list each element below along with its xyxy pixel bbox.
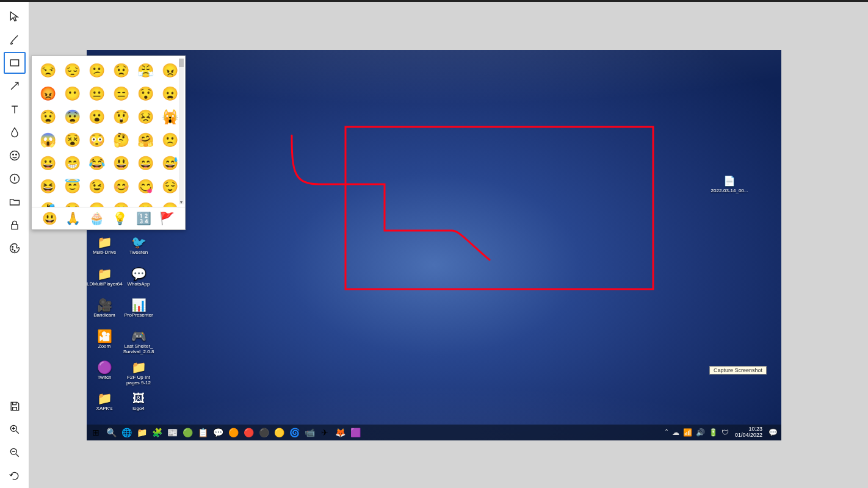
emoji-option[interactable]: 😆 [39,178,56,195]
scrollbar-thumb[interactable] [179,59,184,67]
emoji-option[interactable]: 😡 [39,85,56,102]
tb-app-icon[interactable]: 💬 [212,427,223,438]
tb-app-icon[interactable]: 📋 [197,427,208,438]
emoji-tab-flags[interactable]: 🚩 [159,211,175,226]
emoji-option[interactable]: 😁 [63,155,81,172]
tb-app-icon[interactable]: 🧩 [151,427,162,438]
tb-app-icon[interactable]: 🌀 [289,427,300,438]
emoji-option[interactable]: 😉 [88,178,105,195]
emoji-tab-smileys[interactable]: 😃 [42,211,57,226]
desktop-file[interactable]: 📄2022-03-14_00... [708,175,751,193]
blur-tool[interactable] [4,121,26,143]
tb-app-icon[interactable]: 🦊 [335,427,345,438]
desktop-icon[interactable]: 📁LDMultiPlayer64 [87,268,122,287]
emoji-option[interactable]: 😃 [112,155,129,172]
emoji-option[interactable]: 😇 [63,178,81,195]
emoji-tab-objects[interactable]: 💡 [112,211,128,226]
emoji-option[interactable]: 😒 [39,62,56,79]
desktop-icon[interactable]: 🐦Tweeten [121,236,156,255]
emoji-scrollbar[interactable]: ▾ [179,59,184,204]
tb-app-icon[interactable]: 🟪 [350,427,361,438]
tray-chevron-icon[interactable]: ˄ [665,428,668,437]
desktop-icon[interactable]: 📁F2F Up Int pages 9-12 [121,361,156,386]
tray-volume-icon[interactable]: 🔊 [696,428,705,437]
tray-network-icon[interactable]: 📶 [683,428,692,437]
emoji-option[interactable]: 😧 [39,109,56,126]
tb-app-icon[interactable]: 🔴 [243,427,254,438]
emoji-option[interactable]: 😨 [63,109,81,126]
emoji-option[interactable]: 😬 [112,201,129,207]
tb-app-icon[interactable]: 📁 [136,427,147,438]
desktop-icon[interactable]: 🎮Last Shelter_ Survival_2.0.8 [121,330,156,354]
emoji-option[interactable]: 😮 [88,109,105,126]
emoji-option[interactable]: 😊 [112,178,129,195]
cursor-tool[interactable] [4,5,26,27]
emoji-option[interactable]: 😀 [39,155,56,172]
tray-icon[interactable]: ☁ [672,428,679,437]
emoji-option[interactable]: 🙁 [161,132,178,149]
emoji-option[interactable]: 😯 [137,85,154,102]
tb-app-icon[interactable]: ⚫ [258,427,269,438]
tray-battery-icon[interactable]: 🔋 [709,428,718,437]
emoji-option[interactable]: 😤 [137,62,154,79]
emoji-option[interactable]: 😵 [63,132,81,149]
emoji-option[interactable]: 😑 [112,85,129,102]
scrollbar-down-icon[interactable]: ▾ [179,199,184,204]
emoji-option[interactable]: 😔 [63,62,81,79]
canvas-area[interactable]: 📁Multi-Drive 📁LDMultiPlayer64 🎥Bandicam … [29,2,868,488]
emoji-tab-people[interactable]: 🙏 [65,211,81,226]
reset-tool[interactable] [4,465,26,487]
emoji-option[interactable]: 😐 [88,85,105,102]
counter-tool[interactable] [4,168,26,190]
emoji-tool[interactable] [4,145,26,167]
palette-tool[interactable] [4,237,26,259]
emoji-option[interactable]: 😣 [137,109,154,126]
emoji-option[interactable]: 🤗 [137,132,154,149]
emoji-tab-symbols[interactable]: 🔢 [136,211,151,226]
emoji-option[interactable]: 😁 [161,201,178,207]
desktop-icon[interactable]: 🎦Zoom [87,330,122,349]
emoji-option[interactable]: 😟 [112,62,129,79]
emoji-option[interactable]: 😄 [137,155,154,172]
desktop-icon[interactable]: 💬WhatsApp [121,268,156,287]
emoji-option[interactable]: 🙀 [161,109,178,126]
rectangle-tool[interactable] [4,52,26,74]
emoji-option[interactable]: 😳 [88,132,105,149]
emoji-option[interactable]: 😋 [137,178,154,195]
emoji-tab-food[interactable]: 🧁 [89,211,104,226]
text-tool[interactable] [4,98,26,120]
emoji-option[interactable]: 😦 [161,85,178,102]
brush-tool[interactable] [4,29,26,51]
emoji-option[interactable]: 🤣 [39,201,56,207]
lock-tool[interactable] [4,214,26,236]
emoji-option[interactable]: 🤔 [112,132,129,149]
emoji-option[interactable]: 😶 [88,201,105,207]
clock[interactable]: 10:23 01/04/2022 [735,426,762,439]
tb-app-icon[interactable]: 🟡 [273,427,284,438]
arrow-tool[interactable] [4,75,26,97]
desktop-icon[interactable]: 🖼logo4 [121,392,156,411]
emoji-option[interactable]: 😌 [161,178,178,195]
desktop-icon[interactable]: 🎥Bandicam [87,299,122,318]
emoji-option[interactable]: 😱 [39,132,56,149]
emoji-option[interactable]: 😂 [88,155,105,172]
tb-app-icon[interactable]: ✈ [319,427,330,438]
tb-search-icon[interactable]: 🔍 [106,427,117,438]
emoji-option[interactable]: 😅 [161,155,178,172]
emoji-option[interactable]: 😲 [112,109,129,126]
emoji-option[interactable]: 😮 [137,201,154,207]
emoji-option[interactable]: 😕 [88,62,105,79]
tb-app-icon[interactable]: 📰 [167,427,178,438]
tb-app-icon[interactable]: 📹 [304,427,315,438]
desktop-icon[interactable]: 🟣Twitch [87,361,122,380]
save-tool[interactable] [4,395,26,417]
tb-app-icon[interactable]: 🟢 [182,427,193,438]
folder-tool[interactable] [4,191,26,213]
tray-icon[interactable]: 🛡 [722,428,729,437]
zoom-in-tool[interactable] [4,418,26,440]
emoji-option[interactable]: 😠 [161,62,178,79]
tb-app-icon[interactable]: 🟠 [228,427,239,438]
desktop-icon[interactable]: 📁Multi-Drive [87,236,122,255]
desktop-icon[interactable]: 📁XAPK's [87,392,122,411]
zoom-out-tool[interactable] [4,442,26,464]
